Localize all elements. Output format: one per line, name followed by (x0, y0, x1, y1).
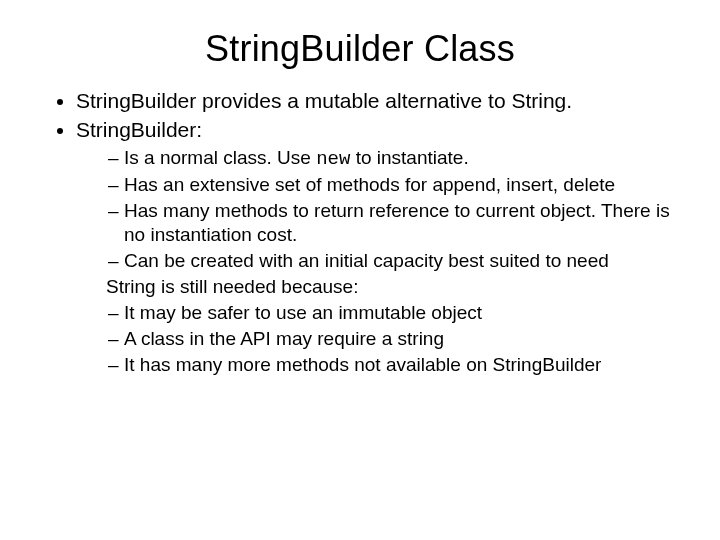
text-span: StringBuilder: (76, 118, 202, 141)
bullet-item: StringBuilder provides a mutable alterna… (76, 88, 680, 114)
sub-bullet-list: Is a normal class. Use new to instantiat… (76, 146, 680, 273)
text-span: String. (511, 89, 572, 112)
sub-heading: String is still needed because: (106, 275, 680, 299)
slide-title: StringBuilder Class (40, 28, 680, 70)
sub-bullet-item: It has many more methods not available o… (108, 353, 680, 377)
sub-bullet-item: Has many methods to return reference to … (108, 199, 680, 247)
text-span: StringBuilder (76, 89, 196, 112)
bullet-item: StringBuilder: Is a normal class. Use ne… (76, 117, 680, 272)
text-span: to instantiate. (350, 147, 468, 168)
sub-bullet-item: A class in the API may require a string (108, 327, 680, 351)
slide: StringBuilder Class StringBuilder provid… (0, 0, 720, 540)
text-span: provides a mutable alternative to (196, 89, 511, 112)
sub-bullet-item: Is a normal class. Use new to instantiat… (108, 146, 680, 172)
bullet-list: StringBuilder provides a mutable alterna… (40, 88, 680, 272)
sub-bullet-item: Has an extensive set of methods for appe… (108, 173, 680, 197)
code-span: new (316, 148, 350, 170)
sub-bullet-item: It may be safer to use an immutable obje… (108, 301, 680, 325)
sub-bullet-list: It may be safer to use an immutable obje… (40, 301, 680, 376)
text-span: Is a normal class. Use (124, 147, 316, 168)
sub-bullet-item: Can be created with an initial capacity … (108, 249, 680, 273)
